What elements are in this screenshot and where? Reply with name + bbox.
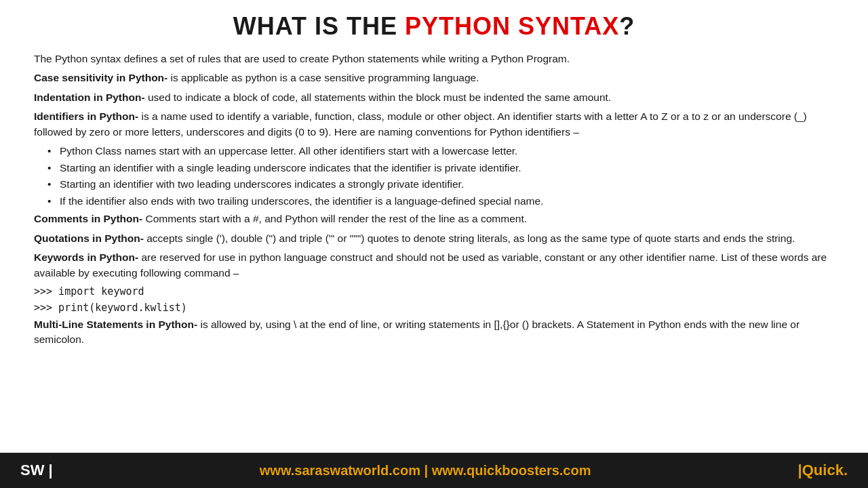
footer: SW | www.saraswatworld.com | www.quickbo… bbox=[0, 453, 868, 488]
intro-text: The Python syntax defines a set of rules… bbox=[34, 53, 570, 64]
keywords-text: are reserved for use in python language … bbox=[34, 251, 827, 278]
title-prefix: WHAT IS THE bbox=[233, 12, 405, 40]
multiline-term: Multi-Line Statements in Python- bbox=[34, 319, 197, 330]
title-highlight: PYTHON SYNTAX bbox=[405, 12, 619, 40]
indentation-term: Indentation in Python- bbox=[34, 92, 145, 103]
keywords-term: Keywords in Python- bbox=[34, 251, 138, 263]
footer-center: www.saraswatworld.com | www.quickbooster… bbox=[260, 463, 591, 479]
keywords-paragraph: Keywords in Python- are reserved for use… bbox=[34, 250, 834, 281]
indentation-paragraph: Indentation in Python- used to indicate … bbox=[34, 90, 834, 105]
identifiers-paragraph: Identifiers in Python- is a name used to… bbox=[34, 109, 834, 140]
code-line-1: >>> import keyword bbox=[34, 285, 834, 300]
multiline-paragraph: Multi-Line Statements in Python- is allo… bbox=[34, 317, 834, 348]
identifiers-term: Identifiers in Python- bbox=[34, 110, 138, 122]
list-item: Starting an identifier with a single lea… bbox=[47, 161, 834, 176]
main-content: WHAT IS THE PYTHON SYNTAX? The Python sy… bbox=[0, 0, 868, 453]
list-item: If the identifier also ends with two tra… bbox=[47, 194, 834, 209]
content-body: The Python syntax defines a set of rules… bbox=[34, 52, 834, 348]
comments-paragraph: Comments in Python- Comments start with … bbox=[34, 211, 834, 226]
comments-text: Comments start with a #, and Python will… bbox=[142, 213, 527, 224]
case-sensitivity-paragraph: Case sensitivity in Python- is applicabl… bbox=[34, 70, 834, 85]
quotations-term: Quotations in Python- bbox=[34, 232, 144, 244]
footer-left: SW | bbox=[20, 462, 53, 479]
identifiers-text: is a name used to identify a variable, f… bbox=[34, 110, 807, 137]
bullet-list: Python Class names start with an upperca… bbox=[34, 144, 834, 209]
footer-right: |Quick. bbox=[798, 462, 848, 479]
case-sensitivity-text: is applicable as python is a case sensit… bbox=[167, 72, 479, 83]
page-title: WHAT IS THE PYTHON SYNTAX? bbox=[34, 12, 834, 41]
code-line-2: >>> print(keyword.kwlist) bbox=[34, 301, 834, 316]
intro-paragraph: The Python syntax defines a set of rules… bbox=[34, 52, 834, 66]
indentation-text: used to indicate a block of code, all st… bbox=[145, 92, 612, 103]
case-sensitivity-term: Case sensitivity in Python- bbox=[34, 72, 167, 83]
list-item: Starting an identifier with two leading … bbox=[47, 177, 834, 192]
comments-term: Comments in Python- bbox=[34, 213, 142, 224]
quotations-paragraph: Quotations in Python- accepts single (')… bbox=[34, 231, 834, 246]
title-suffix: ? bbox=[619, 12, 635, 40]
quotations-text: accepts single ('), double (") and tripl… bbox=[144, 232, 795, 244]
list-item: Python Class names start with an upperca… bbox=[47, 144, 834, 159]
